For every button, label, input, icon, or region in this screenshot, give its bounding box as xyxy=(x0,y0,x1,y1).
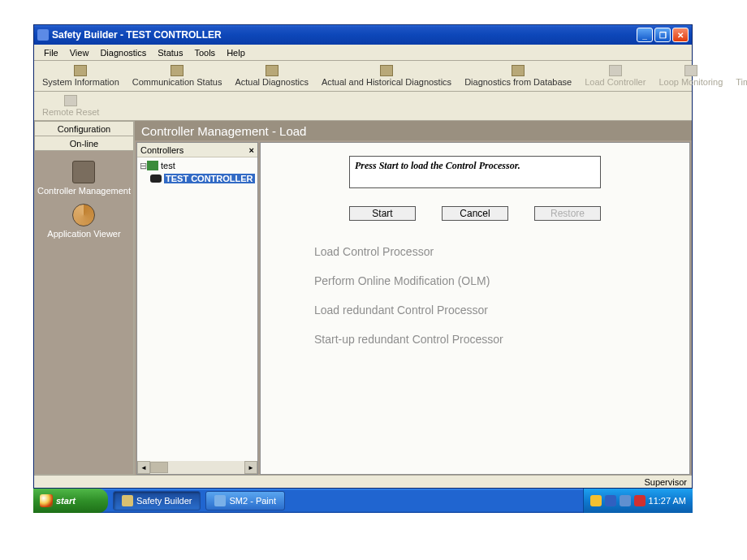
scroll-track[interactable] xyxy=(150,461,244,474)
tray-icon[interactable] xyxy=(634,495,646,506)
minimize-button[interactable]: _ xyxy=(637,28,653,42)
tree-header: Controllers × xyxy=(137,143,257,157)
close-button[interactable]: ✕ xyxy=(672,28,689,42)
tool-system-information[interactable]: System Information xyxy=(36,61,126,91)
right-column: Controller Management - Load Controllers… xyxy=(134,121,692,475)
menu-bar: File View Diagnostics Status Tools Help xyxy=(34,45,692,61)
scroll-left-button[interactable]: ◄ xyxy=(137,461,150,474)
clock[interactable]: 11:27 AM xyxy=(649,496,686,506)
content-panel: Press Start to load the Control Processo… xyxy=(260,142,690,475)
maximize-button[interactable]: ❐ xyxy=(654,28,671,42)
tray-shield-icon[interactable] xyxy=(590,495,602,506)
tree-close-button[interactable]: × xyxy=(249,145,254,155)
app-window: Safety Builder - TEST CONTROLLER _ ❐ ✕ F… xyxy=(33,24,693,489)
application-viewer-icon xyxy=(72,204,95,226)
tool-actual-historical-diagnostics[interactable]: Actual and Historical Diagnostics xyxy=(315,61,458,91)
task-item: Start-up redundant Control Processor xyxy=(314,333,689,346)
page-title: Controller Management - Load xyxy=(135,121,692,140)
actual-diag-icon xyxy=(266,65,279,76)
menu-help[interactable]: Help xyxy=(222,46,250,59)
sidebar-item-application-viewer[interactable]: Application Viewer xyxy=(47,204,120,239)
db-diag-icon xyxy=(512,65,525,76)
status-user: Supervisor xyxy=(644,477,687,487)
tool-time-synchronization: Time Synchronization xyxy=(729,61,747,91)
toolbar-secondary: Remote Reset xyxy=(34,92,692,121)
taskbar-tab-paint[interactable]: SM2 - Paint xyxy=(205,491,284,510)
comm-status-icon xyxy=(171,65,184,76)
left-column: Configuration On-line Controller Managem… xyxy=(34,121,134,475)
cancel-button[interactable]: Cancel xyxy=(442,206,508,221)
taskbar-tab-safety-builder[interactable]: Safety Builder xyxy=(113,491,201,510)
start-menu-button[interactable]: start xyxy=(33,489,108,513)
toolbar: System Information Communication Status … xyxy=(34,61,692,92)
expand-icon[interactable]: ⊟ xyxy=(139,161,147,171)
sidebar-item-controller-management[interactable]: Controller Management xyxy=(37,161,131,196)
title-bar[interactable]: Safety Builder - TEST CONTROLLER _ ❐ ✕ xyxy=(34,25,692,45)
controllers-tree-panel: Controllers × ⊟ test TEST CONTROL xyxy=(136,142,258,475)
page-body: Controllers × ⊟ test TEST CONTROL xyxy=(135,140,692,475)
task-item: Load Control Processor xyxy=(314,245,689,258)
tool-communication-status[interactable]: Communication Status xyxy=(126,61,229,91)
app-icon xyxy=(37,29,49,41)
tray-icon[interactable] xyxy=(605,495,616,506)
tree-root-node[interactable]: ⊟ test xyxy=(139,159,256,172)
windows-logo-icon xyxy=(40,494,53,507)
app-icon xyxy=(122,495,133,506)
tab-configuration[interactable]: Configuration xyxy=(34,121,134,136)
message-box: Press Start to load the Control Processo… xyxy=(349,156,601,188)
remote-reset-icon xyxy=(64,95,77,106)
menu-file[interactable]: File xyxy=(39,46,63,59)
system-tray[interactable]: 11:27 AM xyxy=(583,489,693,513)
load-ctrl-icon xyxy=(609,65,622,76)
restore-button: Restore xyxy=(534,206,601,221)
tray-icon[interactable] xyxy=(620,495,631,506)
tool-actual-diagnostics[interactable]: Actual Diagnostics xyxy=(228,61,315,91)
start-button[interactable]: Start xyxy=(349,206,416,221)
tree-header-label: Controllers xyxy=(140,145,184,155)
loop-mon-icon xyxy=(684,65,697,76)
task-item: Load redundant Control Processor xyxy=(314,304,689,317)
tool-load-controller: Load Controller xyxy=(578,61,652,91)
task-item: Perform Online Modification (OLM) xyxy=(314,274,689,287)
side-panel: Controller Management Application Viewer xyxy=(34,150,134,475)
button-row: Start Cancel Restore xyxy=(349,206,601,221)
folder-icon xyxy=(147,161,158,170)
tool-loop-monitoring: Loop Monitoring xyxy=(652,61,729,91)
menu-view[interactable]: View xyxy=(65,46,94,59)
tree-hscrollbar[interactable]: ◄ ► xyxy=(137,461,257,474)
tab-online[interactable]: On-line xyxy=(34,136,134,150)
main-area: Configuration On-line Controller Managem… xyxy=(34,121,692,475)
tool-remote-reset: Remote Reset xyxy=(36,92,106,120)
window-title: Safety Builder - TEST CONTROLLER xyxy=(52,29,637,41)
menu-status[interactable]: Status xyxy=(153,46,188,59)
task-list: Load Control Processor Perform Online Mo… xyxy=(314,245,689,346)
tree-node-selected[interactable]: TEST CONTROLLER xyxy=(139,172,256,185)
scroll-right-button[interactable]: ► xyxy=(244,461,257,474)
menu-tools[interactable]: Tools xyxy=(189,46,220,59)
controller-icon xyxy=(150,174,162,183)
paint-icon xyxy=(214,495,226,506)
scroll-thumb[interactable] xyxy=(150,462,168,473)
taskbar[interactable]: start Safety Builder SM2 - Paint 11:27 A… xyxy=(33,489,693,513)
tree-body[interactable]: ⊟ test TEST CONTROLLER xyxy=(137,157,257,461)
hist-diag-icon xyxy=(380,65,393,76)
menu-diagnostics[interactable]: Diagnostics xyxy=(95,46,151,59)
status-bar: Supervisor xyxy=(34,475,692,488)
controller-management-icon xyxy=(72,161,95,183)
system-info-icon xyxy=(74,65,87,76)
tool-diagnostics-from-database[interactable]: Diagnostics from Database xyxy=(458,61,578,91)
